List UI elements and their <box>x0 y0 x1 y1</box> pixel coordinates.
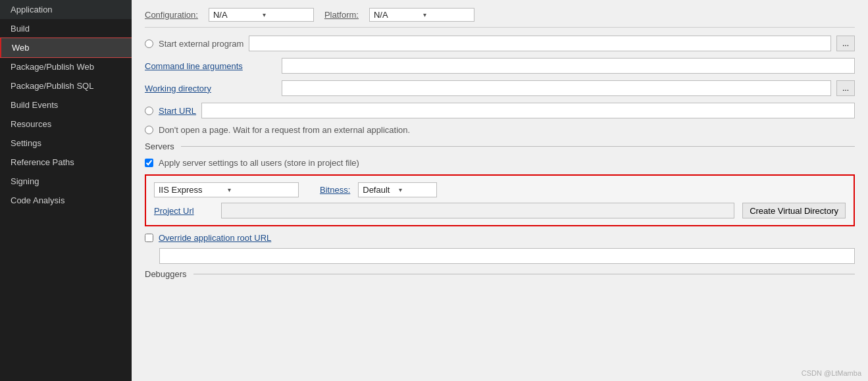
sidebar-item-label: Signing <box>11 176 39 186</box>
configuration-value: N/A <box>213 10 260 20</box>
start-external-radio[interactable] <box>145 39 153 48</box>
sidebar-item-label: Code Analysis <box>11 195 64 205</box>
chevron-down-icon: ▾ <box>399 186 432 193</box>
project-url-label: Project Url <box>154 206 213 216</box>
main-panel: Configuration: N/A ▾ Platform: N/A ▾ Sta… <box>132 0 868 381</box>
debuggers-divider <box>193 274 855 274</box>
bitness-label: Bitness: <box>320 185 350 195</box>
chevron-down-icon: ▾ <box>228 186 294 193</box>
sidebar-item-label: Web <box>12 43 30 53</box>
configuration-dropdown[interactable]: N/A ▾ <box>209 8 314 22</box>
override-url-input[interactable]: https://localhost:44300/Enstep.Service.W… <box>159 248 855 264</box>
start-external-label: Start external program <box>159 39 243 49</box>
bitness-dropdown[interactable]: Default ▾ <box>358 182 437 197</box>
sidebar-item-label: Resources <box>11 119 51 129</box>
config-platform-bar: Configuration: N/A ▾ Platform: N/A ▾ <box>145 8 855 28</box>
servers-section-header: Servers <box>145 141 855 151</box>
servers-label: Servers <box>145 141 174 151</box>
sidebar-item-label: Package/Publish Web <box>11 62 94 72</box>
sidebar-item-signing[interactable]: Signing <box>0 172 132 191</box>
platform-label: Platform: <box>324 10 359 20</box>
iis-express-value: IIS Express <box>159 185 225 195</box>
override-app-root-row: Override application root URL <box>145 233 855 243</box>
project-url-row: Project Url https://localhost:44300/Enst… <box>154 203 846 218</box>
working-dir-label: Working directory <box>145 84 276 93</box>
dont-open-radio[interactable] <box>145 126 153 134</box>
start-url-row: Start URL <box>145 103 855 118</box>
platform-dropdown[interactable]: N/A ▾ <box>369 8 474 22</box>
sidebar-item-application[interactable]: Application <box>0 0 132 19</box>
debuggers-section-header: Debuggers <box>145 269 855 279</box>
working-dir-browse-button[interactable]: ... <box>836 80 855 96</box>
project-url-input[interactable]: https://localhost:44300/Enstep.Service.W… <box>221 203 734 218</box>
working-dir-input[interactable] <box>282 80 831 96</box>
apply-server-row: Apply server settings to all users (stor… <box>145 158 855 168</box>
chevron-down-icon: ▾ <box>423 11 470 18</box>
sidebar-item-settings[interactable]: Settings <box>0 134 132 153</box>
chevron-down-icon: ▾ <box>263 11 309 18</box>
dont-open-label: Don't open a page. Wait for a request fr… <box>159 125 410 135</box>
start-external-row: Start external program ... <box>145 36 855 51</box>
sidebar-item-label: Reference Paths <box>11 157 74 167</box>
start-external-input[interactable] <box>249 36 831 51</box>
command-line-input[interactable] <box>282 58 855 74</box>
sidebar: Application Build Web Package/Publish We… <box>0 0 132 381</box>
create-virtual-directory-button[interactable]: Create Virtual Directory <box>742 203 846 218</box>
sidebar-item-label: Package/Publish SQL <box>11 81 93 91</box>
start-url-radio[interactable] <box>145 107 153 115</box>
bitness-value: Default <box>363 185 396 195</box>
iis-express-box: IIS Express ▾ Bitness: Default ▾ Project… <box>145 174 855 226</box>
apply-server-label: Apply server settings to all users (stor… <box>159 158 359 168</box>
working-dir-row: Working directory ... <box>145 80 855 96</box>
start-external-browse-button[interactable]: ... <box>836 36 855 51</box>
command-line-row: Command line arguments <box>145 58 855 74</box>
sidebar-item-label: Build <box>11 24 30 34</box>
command-line-label: Command line arguments <box>145 61 276 71</box>
sidebar-item-build-events[interactable]: Build Events <box>0 95 132 114</box>
dont-open-row: Don't open a page. Wait for a request fr… <box>145 125 855 135</box>
sidebar-item-label: Application <box>11 5 53 14</box>
sidebar-item-code-analysis[interactable]: Code Analysis <box>0 191 132 210</box>
platform-value: N/A <box>374 10 421 20</box>
override-app-root-checkbox[interactable] <box>145 234 153 242</box>
start-url-input[interactable] <box>201 103 855 118</box>
sidebar-item-label: Build Events <box>11 100 58 110</box>
sidebar-item-package-publish-sql[interactable]: Package/Publish SQL <box>0 76 132 95</box>
servers-divider <box>181 146 855 147</box>
sidebar-item-label: Settings <box>11 138 41 148</box>
override-label: Override application root URL <box>159 233 271 243</box>
watermark: CSDN @LtMamba <box>802 369 861 377</box>
configuration-label: Configuration: <box>145 10 198 20</box>
sidebar-item-reference-paths[interactable]: Reference Paths <box>0 153 132 172</box>
start-url-label: Start URL <box>159 106 196 116</box>
debuggers-label: Debuggers <box>145 269 187 279</box>
sidebar-item-resources[interactable]: Resources <box>0 114 132 134</box>
sidebar-item-build[interactable]: Build <box>0 19 132 38</box>
iis-express-dropdown[interactable]: IIS Express ▾ <box>154 182 299 197</box>
sidebar-item-package-publish-web[interactable]: Package/Publish Web <box>0 57 132 76</box>
sidebar-item-web[interactable]: Web <box>0 38 132 57</box>
iis-express-row: IIS Express ▾ Bitness: Default ▾ <box>154 182 846 197</box>
apply-server-checkbox[interactable] <box>145 159 153 167</box>
